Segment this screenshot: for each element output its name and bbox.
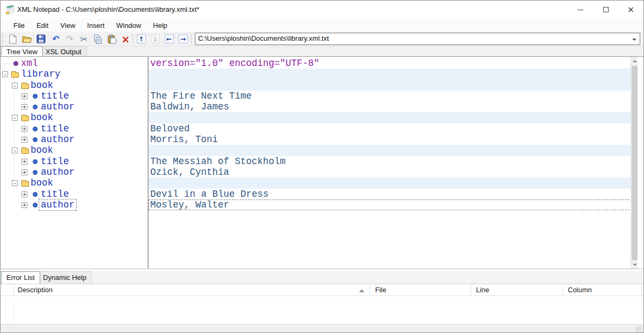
tree-node-library[interactable]: library [1,69,148,79]
save-file-button[interactable] [34,33,47,45]
tree-node-title[interactable]: title [1,156,148,167]
minimize-icon [577,10,583,10]
collapse-toggle[interactable] [12,147,18,153]
value-row-selected[interactable]: Mosley, Walter [149,199,638,210]
tree-node-author[interactable]: author [1,134,148,145]
folder-icon [21,84,29,89]
tree-node-author-selected[interactable]: author [1,199,148,210]
expand-toggle[interactable] [21,191,27,197]
value-row[interactable]: Morris, Toni [149,134,638,145]
undo-icon: ↶ [52,35,59,43]
value-row[interactable] [149,177,638,188]
folder-icon [21,149,29,154]
tree-node-book[interactable]: book [1,145,148,156]
expand-toggle[interactable] [21,93,27,99]
move-right-icon: → [179,34,188,43]
value-row[interactable] [149,80,638,91]
move-up-icon: ↑ [137,34,146,43]
expand-toggle[interactable] [21,202,27,208]
folder-icon [21,181,29,187]
tree-node-title[interactable]: title [1,123,148,134]
address-combobox[interactable]: C:\Users\ploshin\Documents\library.xml.t… [195,33,640,45]
processing-instruction-icon [13,61,18,66]
move-right-button[interactable]: → [177,33,189,45]
error-panel: Error List Dynamic Help Description File… [1,269,643,333]
element-icon [33,192,38,197]
undo-button[interactable]: ↶ [49,33,62,45]
element-icon [33,94,38,99]
tab-tree-view[interactable]: Tree View [1,46,43,56]
close-button[interactable]: × [618,1,643,19]
value-row[interactable] [149,69,638,79]
title-bar: XML Notepad - C:\Users\ploshin\Documents… [1,1,643,19]
collapse-toggle[interactable] [12,180,18,186]
menu-file[interactable]: File [8,20,31,31]
value-row[interactable]: version="1.0" encoding="UTF-8" [149,58,638,69]
tab-dynamic-help[interactable]: Dynamic Help [38,271,92,284]
element-icon [33,137,38,142]
new-file-button[interactable] [6,33,19,45]
delete-button[interactable]: × [119,33,132,45]
value-row[interactable] [149,145,638,156]
tree-node-book[interactable]: book [1,112,148,123]
tab-xsl-output[interactable]: XSL Output [40,46,87,56]
scroll-up-button[interactable] [631,57,638,65]
value-row[interactable]: Beloved [149,123,638,134]
copy-button[interactable] [91,33,104,45]
value-row[interactable] [149,112,638,123]
tree-node-title[interactable]: title [1,91,148,101]
resize-grip-icon[interactable] [635,326,642,333]
value-row[interactable]: Ozick, Cynthia [149,167,638,177]
menu-help[interactable]: Help [147,20,173,31]
scroll-down-button[interactable] [631,261,638,269]
menu-insert[interactable]: Insert [81,20,111,31]
collapse-toggle[interactable] [12,83,18,88]
paste-icon [107,34,116,44]
error-tab-strip: Error List Dynamic Help [1,271,643,284]
menu-edit[interactable]: Edit [31,20,54,31]
minimize-button[interactable] [568,1,593,19]
value-row[interactable]: Devil in a Blue Dress [149,189,638,199]
move-left-button[interactable]: ← [163,33,175,45]
maximize-button[interactable] [593,1,618,19]
main-area: xml library book title [1,56,643,269]
expand-toggle[interactable] [21,159,27,165]
scrollbar-thumb[interactable] [632,66,638,260]
menu-view[interactable]: View [54,20,81,31]
toolbar-grip[interactable] [2,34,4,43]
value-row[interactable]: The Messiah of Stockholm [149,156,638,167]
tree-node-author[interactable]: author [1,167,148,177]
tree-node-book[interactable]: book [1,177,148,188]
tree-node-xml[interactable]: xml [1,58,148,69]
view-tab-strip: Tree View XSL Output [1,46,643,56]
column-line[interactable]: Line [476,286,489,294]
open-file-button[interactable] [20,33,33,45]
move-down-button[interactable]: ↓ [149,33,162,45]
value-row[interactable]: Baldwin, James [149,101,638,112]
tree-node-author[interactable]: author [1,101,148,112]
expand-toggle[interactable] [21,137,27,143]
value-row[interactable]: The Fire Next Time [149,91,638,101]
vertical-scrollbar[interactable] [631,57,638,269]
close-icon: × [627,5,634,14]
column-column[interactable]: Column [568,286,592,294]
scroll-down-icon [633,264,637,266]
column-file[interactable]: File [375,286,386,294]
cut-icon: ✂ [80,35,87,43]
collapse-toggle[interactable] [2,71,8,77]
error-list-body[interactable] [1,297,643,324]
cut-button[interactable]: ✂ [77,33,90,45]
expand-toggle[interactable] [21,104,27,110]
paste-button[interactable] [105,33,118,45]
redo-button[interactable]: ↷ [63,33,76,45]
combobox-dropdown-icon[interactable] [632,39,636,41]
tree-node-book[interactable]: book [1,80,148,91]
move-up-button[interactable]: ↑ [135,33,148,45]
expand-toggle[interactable] [21,169,27,175]
column-description[interactable]: Description [18,286,53,294]
tree-node-title[interactable]: title [1,189,148,199]
tab-error-list[interactable]: Error List [1,271,40,284]
menu-window[interactable]: Window [111,20,147,31]
expand-toggle[interactable] [21,126,27,132]
collapse-toggle[interactable] [12,115,18,121]
